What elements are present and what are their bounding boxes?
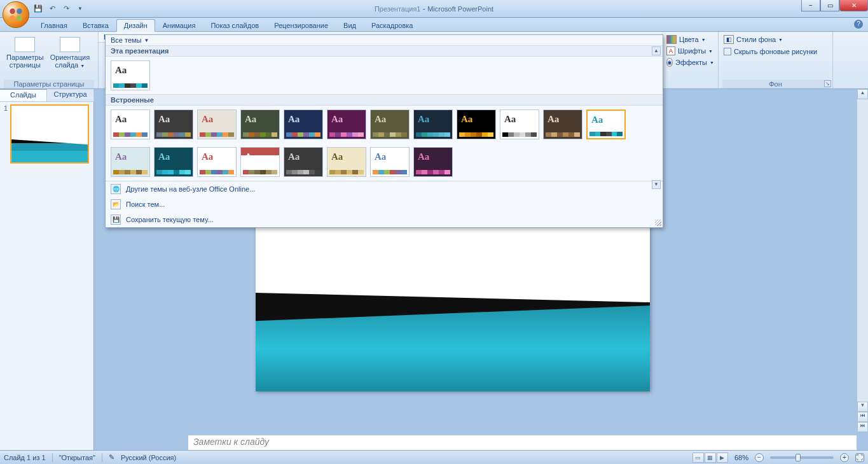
theme-thumbnail[interactable]: Aa — [413, 147, 453, 177]
theme-thumbnail[interactable]: Aa — [284, 109, 323, 139]
resize-grip[interactable] — [655, 220, 661, 226]
theme-thumbnail[interactable]: Aa — [370, 147, 410, 177]
theme-thumbnail[interactable]: Aa — [327, 109, 366, 139]
theme-thumbnail[interactable]: Aa — [154, 147, 193, 177]
theme-thumbnail[interactable]: Aa — [284, 147, 323, 177]
themes-gallery-popup: Все темы▼ Эта презентация Aa Встроенные … — [105, 34, 663, 228]
spellcheck-icon[interactable]: ✎ — [109, 453, 114, 461]
theme-color-bar — [243, 170, 277, 174]
vertical-scrollbar[interactable]: ▲ ▼ ⏮ ⏭ — [857, 89, 868, 432]
effects-button[interactable]: ◉Эффекты ▼ — [665, 57, 714, 67]
qat-dropdown-icon[interactable]: ▼ — [75, 4, 85, 14]
theme-thumbnail[interactable]: Aa — [240, 147, 280, 177]
notes-pane[interactable]: Заметки к слайду — [188, 432, 857, 450]
quick-access-toolbar: 💾 ↶ ↷ ▼ — [33, 4, 85, 14]
bg-styles-icon: ◧ — [724, 35, 734, 44]
undo-icon[interactable]: ↶ — [47, 4, 57, 14]
scroll-up-icon[interactable]: ▲ — [857, 89, 868, 99]
zoom-slider[interactable] — [770, 456, 834, 459]
status-theme: "Открытая" — [59, 454, 95, 461]
svg-point-1 — [17, 8, 22, 14]
gallery-section-builtin: Встроенные — [106, 94, 663, 106]
redo-icon[interactable]: ↷ — [61, 4, 71, 14]
gallery-header[interactable]: Все темы▼ — [106, 35, 663, 45]
hide-bg-checkbox[interactable]: Скрыть фоновые рисунки — [722, 47, 829, 56]
close-button[interactable]: ✕ — [839, 0, 868, 11]
group-page-setup: Параметры страницы Ориентация слайда ▼ П… — [0, 32, 99, 88]
svg-point-3 — [17, 15, 22, 21]
zoom-out-button[interactable]: − — [755, 453, 764, 462]
page-setup-icon — [15, 37, 35, 52]
theme-thumbnail[interactable]: Aa — [111, 60, 150, 90]
fonts-button[interactable]: AШрифты ▼ — [665, 46, 714, 56]
theme-thumbnail[interactable]: Aa — [457, 109, 496, 139]
slide-thumbnail-1[interactable]: 1 — [4, 104, 90, 164]
browse-themes[interactable]: 📂Поиск тем... — [106, 197, 663, 212]
tab-home[interactable]: Главная — [33, 19, 75, 31]
zoom-in-button[interactable]: + — [840, 453, 849, 462]
theme-thumbnail[interactable]: Aa — [327, 147, 366, 177]
gallery-section-this-presentation: Эта презентация — [106, 45, 663, 57]
side-pane-tabs: Слайды Структура — [0, 89, 94, 102]
page-setup-button[interactable]: Параметры страницы — [4, 35, 46, 72]
status-bar: Слайд 1 из 1 "Открытая" ✎ Русский (Росси… — [0, 450, 868, 464]
scroll-down-icon[interactable]: ▼ — [652, 180, 661, 189]
theme-thumbnail[interactable]: Aa — [413, 109, 453, 139]
side-tab-slides[interactable]: Слайды — [0, 89, 47, 101]
save-current-theme[interactable]: 💾Сохранить текущую тему... — [106, 212, 663, 227]
save-icon[interactable]: 💾 — [33, 4, 43, 14]
tab-view[interactable]: Вид — [336, 19, 364, 31]
theme-color-bar — [373, 170, 407, 174]
help-icon[interactable]: ? — [854, 20, 863, 29]
theme-color-bar — [329, 132, 364, 137]
slideshow-view-button[interactable]: ▶ — [717, 453, 728, 463]
theme-thumbnail[interactable]: Aa — [543, 109, 582, 139]
sorter-view-button[interactable]: ▦ — [705, 453, 716, 463]
tab-insert[interactable]: Вставка — [75, 19, 116, 31]
theme-thumbnail[interactable]: Aa — [586, 109, 626, 139]
slide-decoration — [256, 293, 650, 391]
theme-thumbnail[interactable]: Aa — [111, 109, 150, 139]
theme-preview-text: Aa — [331, 151, 343, 162]
theme-preview-text: Aa — [331, 114, 343, 125]
theme-thumbnail[interactable]: Aa — [197, 109, 237, 139]
scroll-down-icon[interactable]: ▼ — [857, 402, 868, 412]
tab-review[interactable]: Рецензирование — [266, 19, 336, 31]
theme-preview-text: Aa — [115, 151, 127, 162]
tab-design[interactable]: Дизайн — [116, 19, 155, 32]
background-styles-button[interactable]: ◧Стили фона ▼ — [722, 34, 829, 45]
theme-preview-text: Aa — [288, 114, 300, 125]
side-tab-outline[interactable]: Структура — [47, 89, 94, 101]
gallery-scrollbar[interactable]: ▲ ▼ — [651, 46, 661, 189]
slide-number: 1 — [4, 104, 8, 164]
theme-thumbnail[interactable]: Aa — [197, 147, 237, 177]
zoom-slider-handle[interactable] — [796, 454, 801, 461]
zoom-percent[interactable]: 68% — [734, 454, 748, 461]
orientation-button[interactable]: Ориентация слайда ▼ — [48, 35, 92, 72]
next-slide-icon[interactable]: ⏭ — [857, 422, 868, 432]
status-language[interactable]: Русский (Россия) — [121, 454, 176, 461]
tab-storyboard[interactable]: Раскадровка — [364, 19, 420, 31]
theme-thumbnail[interactable]: Aa — [240, 109, 280, 139]
theme-preview-text: Aa — [591, 115, 603, 125]
normal-view-button[interactable]: ▭ — [692, 453, 704, 463]
colors-button[interactable]: Цвета ▼ — [665, 34, 714, 45]
group-bg-label: Фон — [722, 80, 829, 88]
theme-thumbnail[interactable]: Aa — [370, 109, 410, 139]
tab-slideshow[interactable]: Показ слайдов — [203, 19, 266, 31]
bg-dialog-launcher[interactable]: ↘ — [824, 80, 831, 87]
more-themes-online[interactable]: 🌐Другие темы на веб-узле Office Online..… — [106, 181, 663, 197]
theme-preview-text: Aa — [504, 114, 516, 125]
theme-thumbnail[interactable]: Aa — [500, 109, 539, 139]
tab-animation[interactable]: Анимация — [155, 19, 203, 31]
fit-to-window-button[interactable]: ⛶ — [855, 453, 864, 462]
minimize-button[interactable]: − — [801, 0, 820, 11]
orientation-icon — [60, 37, 80, 52]
prev-slide-icon[interactable]: ⏮ — [857, 412, 868, 422]
office-button[interactable] — [3, 1, 29, 28]
theme-thumbnail[interactable]: Aa — [111, 147, 150, 177]
theme-thumbnail[interactable]: Aa — [154, 109, 193, 139]
scroll-up-icon[interactable]: ▲ — [652, 46, 661, 55]
theme-preview-text: Aa — [115, 65, 127, 76]
maximize-button[interactable]: ▭ — [820, 0, 839, 11]
